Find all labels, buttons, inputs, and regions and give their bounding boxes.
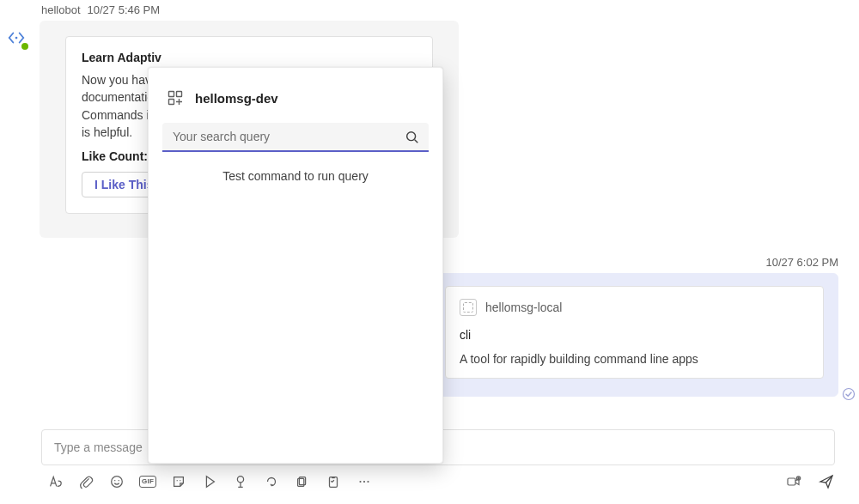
search-input[interactable] [162,123,429,152]
format-icon[interactable] [46,473,64,490]
user-message-bubble: hellomsg-local cli A tool for rapidly bu… [430,273,838,397]
app-icon [460,299,477,316]
svg-point-3 [114,480,115,481]
card-result-title: cli [460,328,809,342]
bot-avatar[interactable] [4,26,28,50]
popup-hint-text: Test command to run query [159,169,432,183]
apps-grid-icon [166,88,185,107]
copy-icon[interactable] [294,473,311,490]
card-result-description: A tool for rapidly building command line… [460,352,809,366]
priority-icon[interactable] [201,473,218,490]
svg-point-1 [844,389,855,400]
svg-rect-14 [788,478,795,485]
attach-icon[interactable] [77,473,94,490]
search-icon[interactable] [405,130,420,145]
compose-toolbar-right [785,473,835,493]
approvals-icon[interactable] [232,473,249,490]
svg-point-19 [407,132,416,141]
presence-available-icon [20,41,30,52]
message-extension-popup: hellomsg-dev Test command to run query [148,67,443,464]
search-field-wrapper [162,123,429,152]
app-name: hellomsg-local [485,301,562,314]
more-icon[interactable] [356,473,373,490]
popup-header: hellomsg-dev [159,83,432,123]
user-timestamp: 10/27 6:02 PM [765,256,838,269]
send-icon[interactable] [818,473,835,493]
svg-point-12 [363,481,365,483]
svg-point-7 [237,477,243,483]
bot-timestamp: 10/27 5:46 PM [88,3,161,16]
svg-rect-17 [177,92,182,97]
card-title: Learn Adaptiv [82,51,417,64]
svg-point-0 [15,37,18,39]
svg-point-4 [119,480,119,481]
message-extension-card[interactable]: hellomsg-local cli A tool for rapidly bu… [445,286,824,379]
svg-point-6 [180,480,180,481]
svg-rect-16 [169,92,174,97]
video-icon[interactable] [785,473,802,493]
loop-icon[interactable] [263,473,280,490]
bot-message-header: hellobot 10/27 5:46 PM [41,3,160,16]
svg-rect-10 [330,477,338,488]
svg-point-13 [367,481,369,483]
sent-status-icon [842,387,856,401]
gif-icon[interactable]: GIF [139,473,156,490]
bot-sender-name: hellobot [41,3,81,16]
svg-point-11 [359,481,361,483]
svg-rect-18 [169,100,174,105]
popup-app-name: hellomsg-dev [195,91,278,106]
sticker-icon[interactable] [170,473,187,490]
compose-toolbar: GIF [46,473,373,490]
svg-point-2 [112,477,123,488]
svg-point-5 [177,480,178,481]
emoji-icon[interactable] [108,473,125,490]
tasks-icon[interactable] [325,473,342,490]
